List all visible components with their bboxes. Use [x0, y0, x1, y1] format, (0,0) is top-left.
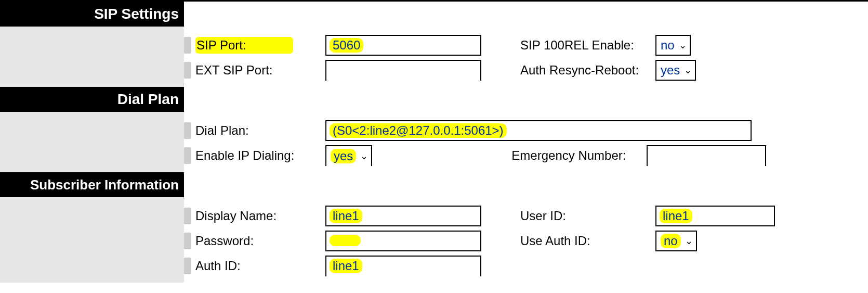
- section-header-sip-settings: SIP Settings: [0, 2, 184, 27]
- dial-plan-label: Dial Plan:: [195, 123, 325, 138]
- password-input[interactable]: [325, 231, 481, 251]
- row-marker-icon: [184, 122, 191, 139]
- section-title: Dial Plan: [117, 91, 179, 107]
- sip-port-label: SIP Port:: [195, 37, 325, 54]
- chevron-down-icon: ⌄: [360, 150, 368, 162]
- chevron-down-icon: ⌄: [684, 65, 692, 76]
- use-auth-id-label: Use Auth ID:: [520, 234, 655, 248]
- enable-ip-dialing-select[interactable]: yes ⌄: [325, 145, 372, 166]
- sip-100rel-select[interactable]: no ⌄: [655, 35, 691, 56]
- dial-plan-input[interactable]: [325, 120, 752, 141]
- display-name-input[interactable]: [325, 206, 481, 226]
- auth-resync-label: Auth Resync-Reboot:: [520, 63, 655, 78]
- display-name-label: Display Name:: [195, 209, 325, 223]
- section-title: SIP Settings: [94, 6, 179, 22]
- user-id-label: User ID:: [520, 209, 655, 223]
- row-marker-icon: [184, 62, 191, 79]
- sip-100rel-label: SIP 100REL Enable:: [520, 38, 655, 53]
- row-marker-icon: [184, 208, 191, 224]
- auth-resync-select[interactable]: yes ⌄: [655, 60, 696, 81]
- row-marker-icon: [184, 37, 191, 54]
- section-header-subscriber-info: Subscriber Information: [0, 172, 184, 197]
- row-marker-icon: [184, 233, 191, 249]
- password-label: Password:: [195, 234, 325, 248]
- ext-sip-port-label: EXT SIP Port:: [195, 63, 325, 78]
- user-id-input[interactable]: [655, 206, 775, 226]
- auth-id-input[interactable]: [325, 256, 481, 276]
- ext-sip-port-input[interactable]: [325, 60, 481, 81]
- auth-id-label: Auth ID:: [195, 259, 325, 273]
- emergency-number-input[interactable]: [647, 145, 766, 166]
- section-title: Subscriber Information: [30, 177, 179, 193]
- emergency-number-label: Emergency Number:: [511, 148, 647, 163]
- enable-ip-dialing-label: Enable IP Dialing:: [195, 148, 325, 163]
- chevron-down-icon: ⌄: [679, 40, 687, 51]
- row-marker-icon: [184, 258, 191, 274]
- section-header-dial-plan: Dial Plan: [0, 87, 184, 112]
- row-marker-icon: [184, 147, 191, 164]
- sip-port-input[interactable]: [325, 35, 481, 56]
- chevron-down-icon: ⌄: [685, 235, 693, 247]
- use-auth-id-select[interactable]: no ⌄: [655, 231, 697, 251]
